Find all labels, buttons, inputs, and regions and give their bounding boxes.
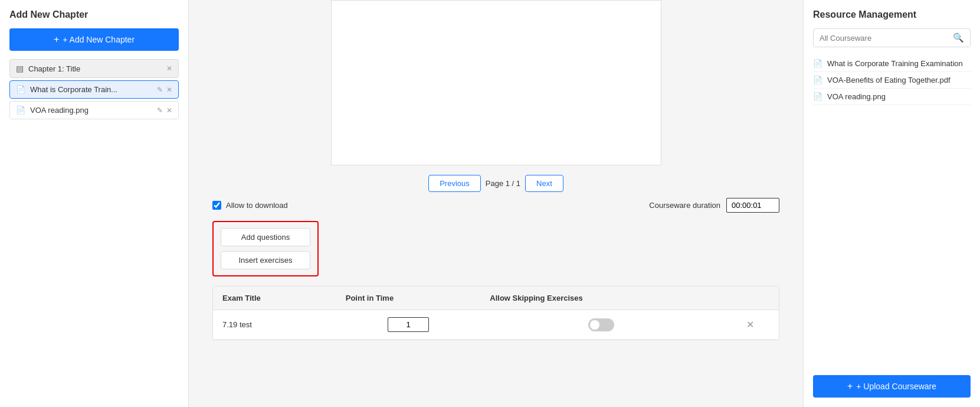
chapter-label: Chapter 1: Title [28,64,166,73]
edit-icon-1[interactable]: ✎ [157,86,163,94]
pagination-text: Page 1 / 1 [486,179,520,188]
point-in-time-cell [336,310,481,340]
sidebar-title: Add New Chapter [9,9,179,20]
previous-button[interactable]: Previous [428,175,481,192]
resource-item-2[interactable]: 📄 VOA-Benefits of Eating Together.pdf [813,72,971,89]
chapter-header[interactable]: ▤ Chapter 1: Title ✕ [9,59,179,78]
plus-icon: + [54,34,59,45]
close-icon-1[interactable]: ✕ [166,86,172,94]
chapter-item-active[interactable]: 📄 What is Corporate Train... ✎ ✕ [9,80,179,99]
preview-area [331,0,661,165]
left-sidebar: Add New Chapter + + Add New Chapter ▤ Ch… [0,0,189,407]
search-icon: 🔍 [953,32,964,43]
allow-skipping-cell [480,310,722,340]
resource-file-icon-3: 📄 [813,92,822,101]
table-row: 7.19 test ✕ [213,310,779,340]
col-actions [722,286,779,310]
resource-item-1[interactable]: 📄 What is Corporate Training Examination [813,56,971,72]
file-icon-2: 📄 [16,106,25,115]
col-exam-title: Exam Title [213,286,336,310]
allow-download-wrap: Allow to download [212,201,288,210]
chapter-close-icon[interactable]: ✕ [166,64,172,73]
resource-title: Resource Management [813,9,971,20]
insert-exercises-button[interactable]: Insert exercises [221,251,310,269]
collapse-icon: ▤ [16,64,24,73]
controls-row: Allow to download Courseware duration [201,198,791,213]
close-icon-2[interactable]: ✕ [166,106,172,115]
upload-courseware-button[interactable]: + + Upload Courseware [813,375,971,398]
duration-wrap: Courseware duration [649,198,779,213]
resource-list: 📄 What is Corporate Training Examination… [813,56,971,105]
resource-label-1: What is Corporate Training Examination [827,59,963,68]
right-sidebar: Resource Management 🔍 📄 What is Corporat… [803,0,980,407]
next-button[interactable]: Next [525,175,563,192]
item-actions-1: ✎ ✕ [157,86,172,94]
search-input[interactable] [820,34,953,43]
pagination-bar: Previous Page 1 / 1 Next [201,175,791,192]
add-chapter-label: + Add New Chapter [63,35,135,44]
search-bar: 🔍 [813,28,971,47]
col-point-in-time: Point in Time [336,286,481,310]
resource-file-icon-1: 📄 [813,59,822,68]
action-buttons-area: Add questions Insert exercises [212,221,319,276]
duration-label: Courseware duration [649,201,720,210]
exam-title-cell: 7.19 test [213,310,336,340]
skipping-toggle[interactable] [588,318,614,331]
duration-input[interactable] [726,198,779,213]
delete-row-icon[interactable]: ✕ [746,320,754,330]
exam-table-wrap: Exam Title Point in Time Allow Skipping … [212,286,779,340]
delete-cell: ✕ [722,310,779,340]
file-icon-1: 📄 [16,85,25,94]
upload-plus-icon: + [847,381,853,392]
chapter-group: ▤ Chapter 1: Title ✕ 📄 What is Corporate… [9,59,179,119]
chapter-item-plain[interactable]: 📄 VOA reading.png ✎ ✕ [9,101,179,119]
col-allow-skipping: Allow Skipping Exercises [480,286,722,310]
chapter-item-label-1: What is Corporate Train... [30,85,157,94]
edit-icon-2[interactable]: ✎ [157,106,163,115]
resource-item-3[interactable]: 📄 VOA reading.png [813,89,971,105]
chapter-item-label-2: VOA reading.png [30,106,157,115]
allow-download-label: Allow to download [226,201,288,210]
resource-label-2: VOA-Benefits of Eating Together.pdf [827,76,950,84]
add-chapter-button[interactable]: + + Add New Chapter [9,28,179,51]
toggle-slider [588,318,614,331]
upload-label: + Upload Courseware [856,382,936,391]
point-input[interactable] [388,317,429,332]
allow-download-checkbox[interactable] [212,201,221,210]
exam-table: Exam Title Point in Time Allow Skipping … [213,286,779,340]
main-content: Previous Page 1 / 1 Next Allow to downlo… [189,0,803,407]
add-questions-button[interactable]: Add questions [221,228,310,246]
resource-file-icon-2: 📄 [813,76,822,84]
resource-label-3: VOA reading.png [827,92,886,101]
item-actions-2: ✎ ✕ [157,106,172,115]
